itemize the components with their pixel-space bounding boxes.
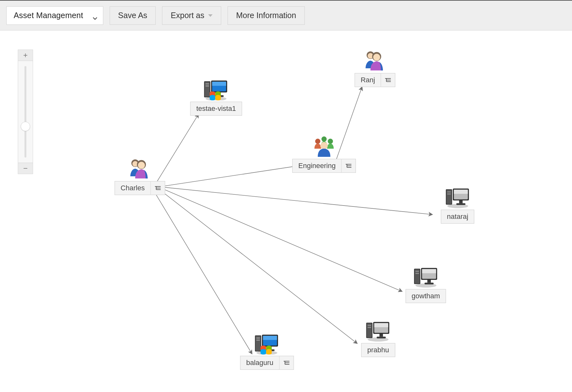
computer-icon <box>202 77 230 100</box>
save-as-button[interactable]: Save As <box>110 6 156 25</box>
expand-node-button[interactable] <box>342 159 356 173</box>
zoom-out-button[interactable]: − <box>18 163 33 174</box>
node-charles[interactable]: Charles <box>115 156 165 195</box>
expand-node-button[interactable] <box>279 356 294 370</box>
node-label: Engineering <box>292 159 342 173</box>
view-select-label: Asset Management <box>14 11 83 20</box>
node-label: Ranj <box>355 73 381 87</box>
computer-icon <box>253 331 281 355</box>
edge <box>153 189 252 354</box>
zoom-slider-thumb[interactable] <box>21 122 30 131</box>
tree-icon <box>345 164 352 168</box>
group-icon <box>311 134 337 158</box>
save-as-label: Save As <box>118 11 147 20</box>
node-label: balaguru <box>240 356 280 370</box>
person-icon <box>127 156 152 180</box>
edge <box>158 189 357 344</box>
plus-icon: + <box>23 51 28 60</box>
person-icon <box>363 48 387 72</box>
zoom-slider-track[interactable] <box>18 61 33 163</box>
zoom-in-button[interactable]: + <box>18 50 33 61</box>
export-as-label: Export as <box>171 11 204 20</box>
edge <box>160 188 402 292</box>
node-gowtham[interactable]: gowtham <box>405 264 446 303</box>
node-label: testae-vista1 <box>190 102 242 116</box>
zoom-control: + − <box>18 50 33 174</box>
chevron-down-icon <box>93 13 97 18</box>
expand-node-button[interactable] <box>151 181 165 195</box>
tree-icon <box>154 186 161 190</box>
node-balaguru[interactable]: balaguru <box>240 331 294 370</box>
computer-icon <box>364 318 392 342</box>
edge <box>162 166 299 186</box>
tree-icon <box>283 361 289 365</box>
expand-node-button[interactable] <box>381 73 395 87</box>
view-select-dropdown[interactable]: Asset Management <box>6 6 103 25</box>
node-ranj[interactable]: Ranj <box>355 48 395 87</box>
export-as-button[interactable]: Export as <box>162 6 221 25</box>
toolbar: Asset Management Save As Export as More … <box>0 0 572 30</box>
more-information-label: More Information <box>236 11 296 20</box>
computer-icon <box>412 264 440 288</box>
computer-icon <box>444 185 472 208</box>
node-engineering[interactable]: Engineering <box>292 134 356 173</box>
more-information-button[interactable]: More Information <box>228 6 305 25</box>
minus-icon: − <box>23 164 28 173</box>
node-label: gowtham <box>405 289 446 303</box>
node-label: prabhu <box>361 343 395 357</box>
node-testae-vista1[interactable]: testae-vista1 <box>190 77 242 116</box>
diagram-canvas[interactable]: + − <box>0 30 572 392</box>
node-nataraj[interactable]: nataraj <box>441 185 474 224</box>
edge <box>162 187 432 214</box>
caret-down-icon <box>208 14 213 17</box>
node-label: Charles <box>115 181 151 195</box>
node-label: nataraj <box>441 210 474 224</box>
node-prabhu[interactable]: prabhu <box>361 318 395 357</box>
tree-icon <box>385 78 391 82</box>
